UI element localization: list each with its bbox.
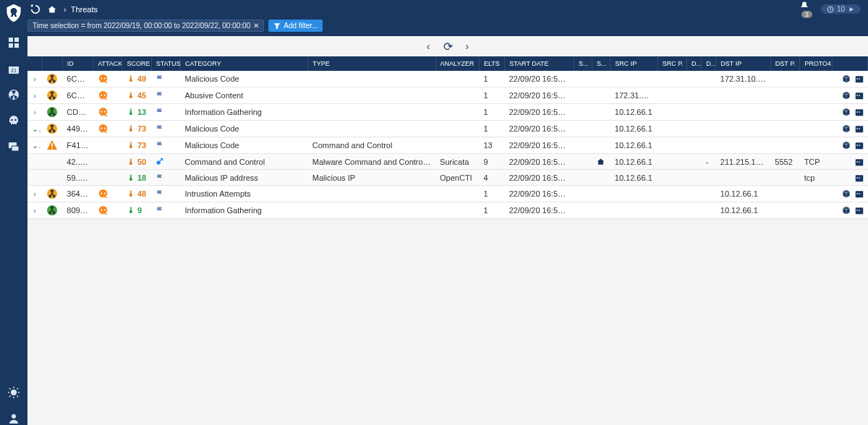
col-d2[interactable]: D... [702,56,716,71]
col-id[interactable]: ID [62,56,93,71]
svg-point-12 [11,390,17,395]
notifications-icon[interactable]: 3 [800,1,812,18]
col-s1[interactable]: S... [574,56,592,71]
nav-dashboard-icon[interactable] [7,36,20,49]
cell-status[interactable] [151,121,180,137]
table-row[interactable]: 59...events gr 🌡18 Malicious IP address … [27,170,868,186]
row-action-cal[interactable] [855,189,864,198]
cell-status[interactable] [151,154,180,170]
col-category[interactable]: CATEGORY [180,56,307,71]
expand-toggle[interactable]: › [27,71,42,87]
row-action-cal[interactable] [855,91,864,100]
cell-category: Malicious Code [180,121,307,137]
reload-icon[interactable]: ⟳ [443,40,453,53]
cell-dstip: 10.12.66.1 [716,202,771,219]
add-filter-button[interactable]: Add filter... [268,20,323,32]
expand-toggle[interactable]: › [27,87,42,104]
nav-calendar-icon[interactable]: 21 [7,62,20,75]
col-dstp[interactable]: DST P. [770,56,799,71]
prev-page-icon[interactable]: ‹ [427,40,430,52]
cell-status[interactable] [151,137,180,154]
row-action-cal[interactable] [855,108,864,116]
cell-s1 [574,137,592,154]
col-s2[interactable]: S... [592,56,610,71]
row-action-cal[interactable] [855,74,864,83]
nav-skull-icon[interactable] [7,114,20,127]
table-row[interactable]: 42...events gr 🌡50 Command and Control M… [27,154,868,170]
cell-score: 🌡45 [122,87,151,104]
table-row[interactable]: › 6CE2F... 🌡49 Malicious Code 1 22/09/20… [27,71,868,87]
expand-toggle[interactable]: ⌄ [27,137,42,154]
flag-icon [156,141,176,150]
row-action-cube[interactable] [842,141,851,150]
breadcrumb-page[interactable]: Threats [71,5,98,14]
home-icon[interactable] [48,5,56,14]
cell-status[interactable] [151,71,180,87]
top-bar: › Threats 3 10 [0,0,868,18]
table-row[interactable]: › CD4FB... 🌡13 Information Gathering 1 2… [27,104,868,121]
nav-user-icon[interactable] [7,412,20,425]
col-srcip[interactable]: SRC IP [610,56,658,71]
row-action-cube[interactable] [842,189,851,198]
next-page-icon[interactable]: › [466,40,469,52]
table-row[interactable]: ⌄ 44936... 🌡73 Malicious Code 1 22/09/20… [27,121,868,137]
time-filter-chip[interactable]: Time selection = from 2022/09/19, 00:00:… [27,20,264,32]
cell-s1 [574,87,592,104]
col-elts[interactable]: ELTS [479,56,504,71]
cell-srcp [658,154,686,170]
close-icon[interactable]: ✕ [253,22,259,30]
col-attack[interactable]: ATTACK [93,56,122,71]
svg-point-83 [103,209,105,210]
table-row[interactable]: › 364C6... 🌡48 Intrustion Attempts 1 22/… [27,186,868,202]
col-analyzer[interactable]: ANALYZER [435,56,479,71]
cell-score: 🌡18 [122,170,151,186]
col-proto[interactable]: PROTO4 [800,56,833,71]
col-start[interactable]: START DATE [505,56,574,71]
nav-theme-icon[interactable] [7,386,20,399]
col-dstip[interactable]: DST IP [716,56,771,71]
cell-s2 [592,87,610,104]
row-action-cal[interactable] [855,206,864,215]
col-status[interactable]: STATUS [151,56,180,71]
cell-srcip [610,202,658,219]
row-action-cube[interactable] [842,91,851,100]
svg-rect-2 [9,43,13,48]
col-score[interactable]: SCORE [122,56,151,71]
row-action-cal[interactable] [855,158,864,166]
cell-status[interactable] [151,87,180,104]
expand-toggle[interactable]: ⌄ [27,121,42,137]
table-row[interactable]: ⌄ F4182... 🌡73 Malicious Code Command an… [27,137,868,154]
row-action-cube[interactable] [842,108,851,116]
cell-status[interactable] [151,186,180,202]
col-d1[interactable]: D... [687,56,702,71]
cell-attack [93,186,122,202]
cell-status[interactable] [151,202,180,219]
nav-radiation-icon[interactable] [7,88,20,101]
col-type[interactable]: TYPE [308,56,435,71]
table-row[interactable]: › 6CE2F... 🌡45 Abusive Content 1 22/09/2… [27,87,868,104]
table-row[interactable]: › 809B1... 🌡9 Information Gathering 1 22… [27,202,868,219]
nav-monitor-icon[interactable] [7,140,20,153]
col-srcp[interactable]: SRC P. [658,56,686,71]
expand-toggle[interactable]: › [27,202,42,219]
cell-start: 22/09/20 16:58:00 [505,104,574,121]
cell-proto: tcp [800,170,833,186]
row-action-cal[interactable] [855,124,864,133]
hazard-icon [46,123,58,134]
row-action-cube[interactable] [842,206,851,215]
cell-status[interactable] [151,104,180,121]
cell-d2 [702,71,716,87]
row-action-cal[interactable] [855,173,864,182]
row-action-cube[interactable] [842,74,851,83]
cell-type [308,104,435,121]
cell-score: 🌡73 [122,121,151,137]
row-action-cal[interactable] [855,141,864,150]
cell-category: Information Gathering [180,104,307,121]
expand-toggle[interactable]: › [27,186,42,202]
cell-status[interactable] [151,170,180,186]
auto-refresh-pill[interactable]: 10 [821,4,861,14]
expand-toggle[interactable]: › [27,104,42,121]
back-icon[interactable] [30,4,41,14]
cell-elts: 13 [479,137,504,154]
row-action-cube[interactable] [842,124,851,133]
